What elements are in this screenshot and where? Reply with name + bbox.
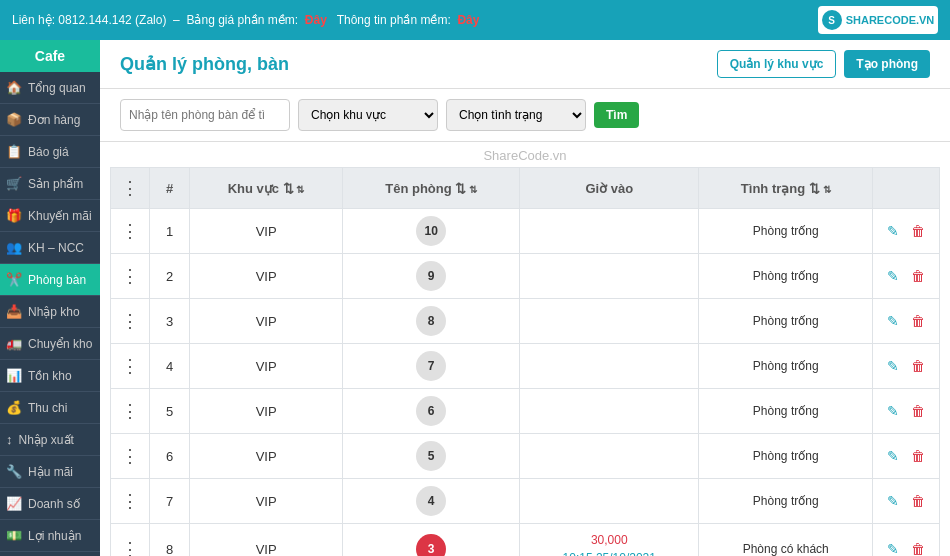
col-tinh-trang[interactable]: Tình trạng ⇅ [699, 168, 873, 209]
cell-gio-vao [520, 389, 699, 434]
sidebar-item-khuyen-mai[interactable]: 🎁 Khuyến mãi [0, 200, 100, 232]
page-header: Quản lý phòng, bàn Quản lý khu vực Tạo p… [100, 40, 950, 89]
cell-ten-phong[interactable]: 5 [343, 434, 520, 479]
dots-button[interactable]: ⋮ [121, 177, 139, 199]
sidebar-item-ton-kho[interactable]: 📊 Tồn kho [0, 360, 100, 392]
edit-button[interactable]: ✎ [883, 356, 903, 376]
cell-actions: ✎ 🗑 [873, 389, 940, 434]
table-row: ⋮5VIP6Phòng trống ✎ 🗑 [111, 389, 940, 434]
row-dots-button[interactable]: ⋮ [121, 220, 139, 242]
edit-button[interactable]: ✎ [883, 539, 903, 556]
cell-khu-vuc: VIP [190, 479, 343, 524]
table-row: ⋮7VIP4Phòng trống ✎ 🗑 [111, 479, 940, 524]
row-dots-button[interactable]: ⋮ [121, 400, 139, 422]
sidebar-label-nhap-kho: Nhập kho [28, 305, 80, 319]
sidebar-item-loi-nhuan[interactable]: 💵 Lợi nhuận [0, 520, 100, 552]
delete-button[interactable]: 🗑 [907, 221, 929, 241]
manage-area-button[interactable]: Quản lý khu vực [717, 50, 837, 78]
sidebar-item-bao-gia[interactable]: 📋 Báo giá [0, 136, 100, 168]
doanh-so-icon: 📈 [6, 496, 22, 511]
row-dots-button[interactable]: ⋮ [121, 355, 139, 377]
info-link[interactable]: Đây [457, 13, 479, 27]
row-dots-button[interactable]: ⋮ [121, 265, 139, 287]
cell-gio-vao [520, 479, 699, 524]
time-info: 30,000 10:15 25/10/2021 [530, 531, 688, 556]
select-area[interactable]: Chọn khu vực [298, 99, 438, 131]
select-status[interactable]: Chọn tình trạng [446, 99, 586, 131]
row-dots-button[interactable]: ⋮ [121, 310, 139, 332]
cell-gio-vao [520, 299, 699, 344]
cell-ten-phong[interactable]: 7 [343, 344, 520, 389]
sidebar-item-hau-mai[interactable]: 🔧 Hậu mãi [0, 456, 100, 488]
room-badge[interactable]: 10 [416, 216, 446, 246]
row-dots-button[interactable]: ⋮ [121, 538, 139, 556]
sidebar-item-chuyen-kho[interactable]: 🚛 Chuyển kho [0, 328, 100, 360]
sidebar-item-doanh-so[interactable]: 📈 Doanh số [0, 488, 100, 520]
contact-text: Liên hệ: 0812.144.142 (Zalo) [12, 13, 166, 27]
edit-button[interactable]: ✎ [883, 446, 903, 466]
delete-button[interactable]: 🗑 [907, 539, 929, 556]
logo-icon: S [822, 10, 842, 30]
cell-tinh-trang: Phòng trống [699, 299, 873, 344]
chuyen-kho-icon: 🚛 [6, 336, 22, 351]
delete-button[interactable]: 🗑 [907, 491, 929, 511]
edit-button[interactable]: ✎ [883, 401, 903, 421]
sidebar-item-don-hang[interactable]: 📦 Đơn hàng [0, 104, 100, 136]
room-badge[interactable]: 4 [416, 486, 446, 516]
create-room-button[interactable]: Tạo phòng [844, 50, 930, 78]
cell-ten-phong[interactable]: 9 [343, 254, 520, 299]
edit-button[interactable]: ✎ [883, 266, 903, 286]
search-name-input[interactable] [120, 99, 290, 131]
col-khu-vuc[interactable]: Khu vực ⇅ [190, 168, 343, 209]
room-badge[interactable]: 9 [416, 261, 446, 291]
table-head: ⋮ # Khu vực ⇅ Tên phòng ⇅ Giờ vào Tình t… [111, 168, 940, 209]
logo: S SHARECODE.VN [818, 6, 938, 34]
delete-button[interactable]: 🗑 [907, 311, 929, 331]
cell-ten-phong[interactable]: 4 [343, 479, 520, 524]
topbar-contact: Liên hệ: 0812.144.142 (Zalo) – Bảng giá … [12, 13, 479, 27]
row-dots-button[interactable]: ⋮ [121, 445, 139, 467]
room-badge[interactable]: 7 [416, 351, 446, 381]
room-badge[interactable]: 3 [416, 534, 446, 556]
delete-button[interactable]: 🗑 [907, 446, 929, 466]
cell-tinh-trang: Phòng trống [699, 389, 873, 434]
delete-button[interactable]: 🗑 [907, 401, 929, 421]
cell-ten-phong[interactable]: 6 [343, 389, 520, 434]
layout: Cafe 🏠 Tổng quan📦 Đơn hàng📋 Báo giá🛒 Sản… [0, 40, 950, 556]
cell-ten-phong[interactable]: 10 [343, 209, 520, 254]
price-link[interactable]: Đây [305, 13, 327, 27]
action-buttons: ✎ 🗑 [883, 266, 929, 286]
search-button[interactable]: Tìm [594, 102, 639, 128]
ton-kho-icon: 📊 [6, 368, 22, 383]
hau-mai-icon: 🔧 [6, 464, 22, 479]
sidebar-item-phong-ban[interactable]: ✂️ Phòng bàn [0, 264, 100, 296]
sidebar-item-thu-chi[interactable]: 💰 Thu chi [0, 392, 100, 424]
table-row: ⋮8VIP3 30,000 10:15 25/10/2021 Phòng có … [111, 524, 940, 557]
sidebar-label-khuyen-mai: Khuyến mãi [28, 209, 92, 223]
room-badge[interactable]: 8 [416, 306, 446, 336]
edit-button[interactable]: ✎ [883, 221, 903, 241]
san-pham-icon: 🛒 [6, 176, 22, 191]
col-gio-vao: Giờ vào [520, 168, 699, 209]
sidebar-item-thiet-lap[interactable]: ⚙️ Thiết lập [0, 552, 100, 556]
logo-text: SHARECODE.VN [846, 14, 935, 26]
cell-ten-phong[interactable]: 8 [343, 299, 520, 344]
sidebar-item-san-pham[interactable]: 🛒 Sản phẩm [0, 168, 100, 200]
delete-button[interactable]: 🗑 [907, 356, 929, 376]
edit-button[interactable]: ✎ [883, 491, 903, 511]
info-label: Thông tin phần mềm: [337, 13, 451, 27]
cell-khu-vuc: VIP [190, 254, 343, 299]
col-ten-phong[interactable]: Tên phòng ⇅ [343, 168, 520, 209]
room-badge[interactable]: 6 [416, 396, 446, 426]
sidebar-items: 🏠 Tổng quan📦 Đơn hàng📋 Báo giá🛒 Sản phẩm… [0, 72, 100, 556]
cell-stt: 6 [150, 434, 190, 479]
cell-ten-phong[interactable]: 3 [343, 524, 520, 557]
sidebar-item-nhap-kho[interactable]: 📥 Nhập kho [0, 296, 100, 328]
sidebar-item-tong-quan[interactable]: 🏠 Tổng quan [0, 72, 100, 104]
delete-button[interactable]: 🗑 [907, 266, 929, 286]
row-dots-button[interactable]: ⋮ [121, 490, 139, 512]
sidebar-item-nhap-xuat[interactable]: ↕️ Nhập xuất [0, 424, 100, 456]
sidebar-item-kh-ncc[interactable]: 👥 KH – NCC [0, 232, 100, 264]
edit-button[interactable]: ✎ [883, 311, 903, 331]
room-badge[interactable]: 5 [416, 441, 446, 471]
